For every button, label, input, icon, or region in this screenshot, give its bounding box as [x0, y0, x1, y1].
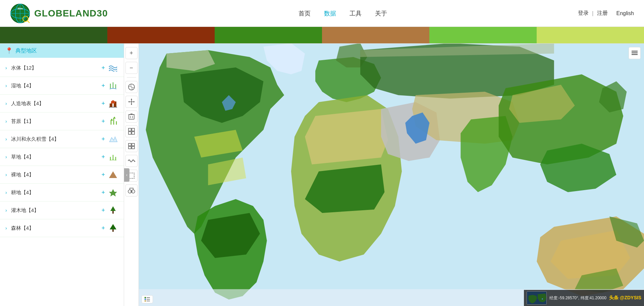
layer-forest[interactable]: › 森林【4】 + [0, 219, 124, 237]
chevron-urban: › [5, 101, 7, 106]
layers-toggle-btn[interactable] [629, 47, 641, 59]
svg-rect-27 [112, 229, 114, 232]
add-tundra[interactable]: + [101, 118, 105, 125]
layer-urban-label: 人造地表【4】 [11, 100, 98, 107]
sidebar-header-label: 典型地区 [15, 47, 37, 54]
layer-grassland[interactable]: › 草地【4】 + [0, 148, 124, 166]
svg-rect-11 [110, 103, 112, 107]
layer-tundra[interactable]: › 苔原【1】 + [0, 113, 124, 130]
map-legend-btn[interactable] [142, 295, 153, 303]
add-urban[interactable]: + [101, 100, 105, 107]
svg-marker-30 [131, 104, 132, 105]
add-glacier[interactable]: + [101, 136, 105, 143]
svg-marker-14 [111, 100, 115, 103]
svg-rect-56 [145, 299, 146, 300]
pan-btn[interactable] [125, 96, 138, 108]
layer-grassland-label: 草地【4】 [11, 154, 98, 160]
nav-about[interactable]: 关于 [375, 9, 387, 17]
zoom-out-btn[interactable]: − [125, 62, 138, 74]
chevron-forest: › [5, 225, 7, 231]
color-swatch-0[interactable] [0, 27, 107, 43]
svg-rect-45 [132, 146, 135, 149]
binoculars-btn[interactable] [125, 184, 138, 196]
auth-separator: | [592, 10, 593, 16]
add-grassland[interactable]: + [101, 154, 105, 161]
add-bareland[interactable]: + [101, 171, 105, 178]
add-cropland[interactable]: + [101, 189, 105, 196]
chevron-shrubland: › [5, 208, 7, 213]
zoom-in-btn[interactable]: + [125, 47, 138, 59]
auth-area: 登录 | 注册 English [578, 10, 634, 17]
layer-bareland-label: 裸地【4】 [11, 172, 98, 178]
add-water[interactable]: + [101, 64, 105, 72]
wetland-icon [108, 80, 118, 91]
nav-home[interactable]: 首页 [299, 9, 311, 17]
svg-rect-42 [128, 143, 131, 146]
map-area[interactable]: 经度:-59.28570°, 纬度:41.20000 头条 @ZDYSIS [139, 44, 644, 306]
nav-data[interactable]: 数据 [324, 9, 336, 17]
color-swatch-2[interactable] [215, 27, 322, 43]
layer-bareland[interactable]: › 裸地【4】 + [0, 166, 124, 184]
svg-rect-57 [145, 300, 146, 302]
toolbar-sep-1 [127, 77, 136, 78]
add-forest[interactable]: + [101, 225, 105, 232]
layer-shrubland[interactable]: › 灌木地【4】 + [0, 202, 124, 219]
color-bar [0, 27, 644, 44]
svg-point-62 [542, 298, 543, 300]
layer-cropland[interactable]: › 耕地【4】 + [0, 184, 124, 202]
delete-btn[interactable] [125, 111, 138, 123]
svg-marker-23 [109, 171, 117, 178]
svg-marker-32 [133, 101, 135, 102]
register-link[interactable]: 注册 [597, 10, 608, 17]
svg-rect-55 [145, 297, 146, 298]
svg-rect-41 [132, 132, 135, 134]
svg-rect-52 [632, 54, 638, 55]
login-link[interactable]: 登录 [578, 10, 589, 17]
layer-glacier-label: 冰川和永久积雪【4】 [11, 136, 98, 142]
sidebar-list: › 水体【12】 + › 湿地【4】 + › 人造地表【4】 + [0, 58, 124, 306]
svg-rect-13 [109, 107, 117, 107]
logo-area: 30m GLOBELAND30 [10, 3, 108, 24]
svg-rect-33 [129, 115, 134, 119]
layer-water[interactable]: › 水体【12】 + [0, 59, 124, 77]
layer-tundra-label: 苔原【1】 [11, 118, 98, 125]
forest-icon [108, 223, 118, 233]
language-switch[interactable]: English [616, 10, 634, 16]
bareland-icon [108, 169, 118, 180]
layer-water-label: 水体【12】 [11, 65, 98, 71]
grid2-btn[interactable] [125, 140, 138, 152]
shrubland-icon [108, 205, 118, 216]
globe-btn[interactable] [125, 81, 138, 93]
add-wetland[interactable]: + [101, 82, 105, 89]
chevron-wetland: › [5, 83, 7, 88]
add-shrubland[interactable]: + [101, 207, 105, 214]
grid1-btn[interactable] [125, 125, 138, 137]
color-swatch-4[interactable] [429, 27, 537, 43]
chevron-tundra: › [5, 119, 7, 124]
header: 30m GLOBELAND30 首页 数据 工具 关于 登录 | 注册 Engl… [0, 0, 644, 27]
logo-icon: 30m [10, 3, 30, 24]
main: 📍 典型地区 › 水体【12】 + › 湿地【4】 + [0, 44, 644, 306]
sidebar-collapse-btn[interactable]: ‹ [124, 168, 129, 182]
color-swatch-1[interactable] [107, 27, 215, 43]
layer-cropland-label: 耕地【4】 [11, 189, 98, 196]
tundra-icon [108, 116, 118, 127]
svg-rect-44 [128, 146, 131, 149]
svg-rect-38 [128, 128, 131, 131]
coords-panel: 经度:-59.28570°, 纬度:41.20000 头条 @ZDYSIS [524, 290, 644, 306]
svg-marker-31 [128, 101, 129, 102]
sidebar-header: 📍 典型地区 [0, 44, 124, 58]
nav: 首页 数据 工具 关于 [299, 9, 387, 17]
color-swatch-3[interactable] [322, 27, 429, 43]
svg-rect-25 [112, 211, 114, 214]
wave-btn[interactable] [125, 155, 138, 167]
svg-rect-43 [132, 143, 135, 146]
sidebar: 📍 典型地区 › 水体【12】 + › 湿地【4】 + [0, 44, 124, 306]
layer-glacier[interactable]: › 冰川和永久积雪【4】 + [0, 130, 124, 148]
svg-rect-53 [632, 52, 638, 53]
color-swatch-5[interactable] [537, 27, 644, 43]
layer-urban[interactable]: › 人造地表【4】 + [0, 95, 124, 113]
nav-tools[interactable]: 工具 [350, 9, 362, 17]
glacier-icon [108, 134, 118, 144]
layer-wetland[interactable]: › 湿地【4】 + [0, 77, 124, 95]
